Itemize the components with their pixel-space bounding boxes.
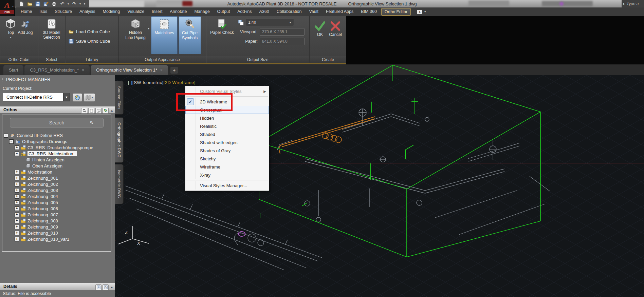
- tree-search-input[interactable]: Search 🔍︎: [10, 118, 104, 127]
- annotation-highlight-box: [176, 93, 233, 111]
- tree-item-label: Zeichnung_005: [27, 200, 58, 205]
- expand-node-icon[interactable]: +: [15, 194, 19, 199]
- expand-node-icon[interactable]: +: [15, 182, 19, 186]
- collapse-node-icon[interactable]: −: [15, 152, 19, 156]
- tree-item-orthographic-drawings[interactable]: −Orthographic Drawings: [2, 138, 111, 144]
- expand-node-icon[interactable]: +: [15, 213, 19, 217]
- copy-icon[interactable]: [95, 108, 102, 114]
- project-manager-palette: PROJECT MANAGER Current Project: Connect…: [0, 75, 115, 297]
- menu-item-gutter: [185, 146, 196, 155]
- menu-item-shaded[interactable]: Shaded: [185, 130, 269, 138]
- map-caret-icon[interactable]: ▾: [91, 96, 93, 99]
- menu-item-hidden[interactable]: Hidden: [185, 114, 269, 122]
- tree-item-c3-rrs-druckerh-hungspumpe[interactable]: +C3_RRS_Druckerhöhungspumpe: [2, 144, 111, 151]
- tree-item-label: Connect III-Define RRS: [17, 133, 63, 138]
- palette-tab-label: Source Files: [117, 86, 121, 110]
- tree-item-label: Oben Anzeigen: [32, 163, 62, 169]
- tree-item-hinten-anzeigen[interactable]: Hinten Anzeigen: [2, 157, 111, 163]
- expand-node-icon[interactable]: +: [15, 237, 19, 241]
- tree-item-zeichnung-010-var1[interactable]: +Zeichnung_010_Var1: [2, 236, 111, 242]
- orthos-section-header[interactable]: Orthos ↻ ▲: [0, 106, 115, 113]
- menu-item-label: Sketchy: [196, 156, 216, 161]
- viewport-label-prefix[interactable]: [-][SW Isometric]: [128, 80, 164, 85]
- expand-node-icon[interactable]: +: [15, 200, 19, 205]
- current-project-select[interactable]: Connect III-Define RRS: [3, 93, 63, 101]
- tree-item-oben-anzeigen[interactable]: Oben Anzeigen: [2, 163, 111, 169]
- palette-tab-label: Orthographic DWG: [117, 122, 121, 158]
- ucs-z-label: Z: [125, 230, 128, 235]
- palette-tab-orthographic-dwg[interactable]: Orthographic DWG: [115, 117, 124, 163]
- tree-item-c3-rrs-molchstation[interactable]: −C3_RRS_Molchstation_: [2, 151, 111, 157]
- drawing-icon: [20, 218, 26, 223]
- drawing-icon: [20, 194, 26, 199]
- palette-tab-isometric-dwg[interactable]: Isometric DWG: [115, 164, 124, 204]
- menu-item-label: X-ray: [196, 173, 210, 178]
- menu-item-shaded-with-edges[interactable]: Shaded with edges: [185, 138, 269, 146]
- menu-separator: [186, 180, 268, 180]
- tree-item-molchstation[interactable]: +Molchstation: [2, 169, 111, 175]
- collapse-node-icon[interactable]: −: [9, 139, 14, 144]
- drawing-lock-icon: [20, 151, 26, 156]
- expand-node-icon[interactable]: +: [15, 170, 19, 174]
- expand-node-icon[interactable]: +: [15, 176, 19, 180]
- tree-item-zeichnung-010[interactable]: +Zeichnung_010: [2, 230, 111, 236]
- drawing-icon: [20, 231, 26, 236]
- details-preview-icon[interactable]: [103, 284, 109, 290]
- menu-item-visual-styles-manager[interactable]: Visual Styles Manager...: [185, 181, 269, 190]
- view-icon: [25, 157, 31, 162]
- drawing-icon: [20, 237, 26, 242]
- menu-item-shades-of-gray[interactable]: Shades of Gray: [185, 146, 269, 155]
- details-list-icon[interactable]: [95, 284, 102, 290]
- application-menu-button[interactable]: A ▾ P3D: [0, 0, 15, 16]
- current-project-label: Current Project:: [3, 86, 33, 91]
- tree-item-zeichnung-009[interactable]: +Zeichnung_009: [2, 224, 111, 230]
- expand-node-icon[interactable]: +: [15, 225, 19, 229]
- tree-item-connect-iii-define-rrs[interactable]: −Connect III-Define RRS: [2, 132, 111, 138]
- tree-item-label: Zeichnung_001: [27, 176, 58, 181]
- drawing-icon: [20, 145, 26, 150]
- expand-node-icon[interactable]: +: [15, 231, 19, 235]
- menu-item-x-ray[interactable]: X-ray: [185, 171, 269, 179]
- tree-item-zeichnung-005[interactable]: +Zeichnung_005: [2, 199, 111, 205]
- web-icon[interactable]: [73, 93, 82, 102]
- expand-node-icon[interactable]: +: [15, 206, 19, 211]
- application-window: Z Y X Autodesk AutoCAD Plant 3D 2018 - N…: [0, 0, 644, 297]
- tree-search-icon[interactable]: 🔍︎: [90, 120, 94, 125]
- tree-item-zeichnung-006[interactable]: +Zeichnung_006: [2, 205, 111, 212]
- palette-tab-source-files[interactable]: Source Files: [115, 81, 124, 115]
- menu-item-wireframe[interactable]: Wireframe: [185, 163, 269, 171]
- tree-item-zeichnung-001[interactable]: +Zeichnung_001: [2, 175, 111, 181]
- autocad-logo-icon: A: [4, 0, 10, 10]
- tree-item-zeichnung-007[interactable]: +Zeichnung_007: [2, 212, 111, 218]
- menu-item-gutter: [185, 155, 196, 163]
- tree-item-label: Zeichnung_010_Var1: [27, 237, 69, 242]
- new-ortho-dwg-icon[interactable]: [88, 108, 94, 114]
- details-section-header[interactable]: Details ▲: [0, 283, 115, 290]
- expand-node-icon[interactable]: +: [15, 219, 19, 223]
- menu-item-gutter: [185, 138, 196, 146]
- map-icon[interactable]: ▾: [84, 93, 95, 102]
- details-collapse-arrow-icon[interactable]: ▲: [110, 284, 113, 291]
- drawing-icon: [20, 200, 26, 205]
- viewport-visual-style-label[interactable]: [2D Wireframe]: [164, 80, 196, 85]
- menu-item-label: Wireframe: [196, 164, 220, 170]
- current-project-caret-icon[interactable]: ▼: [63, 93, 70, 101]
- expand-node-icon[interactable]: +: [15, 188, 19, 193]
- expand-node-icon[interactable]: +: [15, 145, 19, 150]
- palette-tab-label: Isometric DWG: [117, 170, 121, 198]
- search-icon[interactable]: [81, 108, 87, 114]
- tree-item-zeichnung-008[interactable]: +Zeichnung_008: [2, 218, 111, 224]
- tree-item-zeichnung-002[interactable]: +Zeichnung_002: [2, 181, 111, 187]
- tree-item-zeichnung-003[interactable]: +Zeichnung_003: [2, 187, 111, 193]
- tree-item-label: Zeichnung_006: [27, 206, 58, 211]
- menu-item-sketchy[interactable]: Sketchy: [185, 155, 269, 163]
- app-badge: P3D: [0, 10, 14, 14]
- collapse-arrow-icon[interactable]: ▲: [110, 107, 113, 114]
- tree-item-label: Hinten Anzeigen: [32, 157, 65, 162]
- menu-item-realistic[interactable]: Realistic: [185, 122, 269, 130]
- collapse-node-icon[interactable]: −: [4, 133, 8, 138]
- viewport-controls-label[interactable]: [-][SW Isometric][2D Wireframe]: [128, 80, 196, 85]
- refresh-icon[interactable]: ↻: [103, 108, 109, 114]
- tree-item-label: C3_RRS_Druckerhöhungspumpe: [27, 145, 93, 150]
- tree-item-zeichnung-004[interactable]: +Zeichnung_004: [2, 193, 111, 199]
